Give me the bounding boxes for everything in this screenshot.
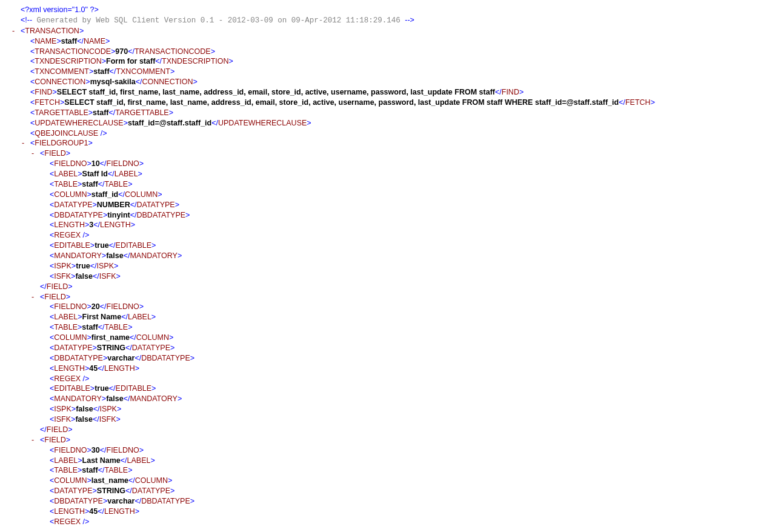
xml-tree-view: <?xml version="1.0" ?> <!-- Generated by… [7, 5, 774, 527]
editable-element: <EDITABLE>true</EDITABLE> [7, 384, 774, 394]
label-element: <LABEL>Last Name</LABEL> [7, 456, 774, 466]
editable-element: <EDITABLE>true</EDITABLE> [7, 241, 774, 251]
column-element: <COLUMN>first_name</COLUMN> [7, 333, 774, 343]
column-element: <COLUMN>staff_id</COLUMN> [7, 190, 774, 200]
regex-element: <REGEX /> [7, 517, 774, 527]
label-element: <LABEL>Staff Id</LABEL> [7, 169, 774, 179]
length-element: <LENGTH>45</LENGTH> [7, 364, 774, 374]
mandatory-element: <MANDATORY>false</MANDATORY> [7, 394, 774, 404]
table-element: <TABLE>staff</TABLE> [7, 179, 774, 190]
fieldno-element: <FIELDNO>10</FIELDNO> [7, 159, 774, 169]
field-open[interactable]: -<FIELD> [7, 292, 774, 302]
dbdatatype-element: <DBDATATYPE>varchar</DBDATATYPE> [7, 496, 774, 507]
collapse-icon[interactable]: - [22, 138, 30, 148]
txndescription-element: <TXNDESCRIPTION>Form for staff</TXNDESCR… [7, 56, 774, 67]
regex-element: <REGEX /> [7, 230, 774, 241]
fetch-element: <FETCH>SELECT staff_id, first_name, last… [7, 98, 774, 108]
datatype-element: <DATATYPE>NUMBER</DATATYPE> [7, 200, 774, 210]
collapse-icon[interactable]: - [12, 26, 21, 36]
collapse-icon[interactable]: - [32, 148, 40, 159]
datatype-element: <DATATYPE>STRING</DATATYPE> [7, 343, 774, 353]
transaction-open[interactable]: -<TRANSACTION> [7, 26, 774, 36]
ispk-element: <ISPK>false</ISPK> [7, 404, 774, 414]
label-element: <LABEL>First Name</LABEL> [7, 312, 774, 322]
column-element: <COLUMN>last_name</COLUMN> [7, 476, 774, 486]
table-element: <TABLE>staff</TABLE> [7, 322, 774, 333]
find-element: <FIND>SELECT staff_id, first_name, last_… [7, 87, 774, 98]
field-close: </FIELD> [7, 425, 774, 435]
collapse-icon[interactable]: - [32, 292, 40, 302]
fieldno-element: <FIELDNO>30</FIELDNO> [7, 445, 774, 456]
xml-comment: <!-- Generated by Web SQL Client Version… [7, 15, 774, 26]
fieldno-element: <FIELDNO>20</FIELDNO> [7, 302, 774, 312]
regex-element: <REGEX /> [7, 374, 774, 384]
isfk-element: <ISFK>false</ISFK> [7, 271, 774, 282]
name-element: <NAME>staff</NAME> [7, 36, 774, 47]
targettable-element: <TARGETTABLE>staff</TARGETTABLE> [7, 108, 774, 118]
field-open[interactable]: -<FIELD> [7, 435, 774, 445]
connection-element: <CONNECTION>mysql-sakila</CONNECTION> [7, 77, 774, 87]
isfk-element: <ISFK>false</ISFK> [7, 414, 774, 425]
field-open[interactable]: -<FIELD> [7, 148, 774, 159]
table-element: <TABLE>staff</TABLE> [7, 465, 774, 476]
updatewhereclause-element: <UPDATEWHERECLAUSE>staff_id=@staff.staff… [7, 118, 774, 128]
length-element: <LENGTH>3</LENGTH> [7, 220, 774, 230]
datatype-element: <DATATYPE>STRING</DATATYPE> [7, 486, 774, 496]
length-element: <LENGTH>45</LENGTH> [7, 507, 774, 517]
ispk-element: <ISPK>true</ISPK> [7, 261, 774, 271]
field-close: </FIELD> [7, 282, 774, 292]
dbdatatype-element: <DBDATATYPE>tinyint</DBDATATYPE> [7, 210, 774, 221]
txncomment-element: <TXNCOMMENT>staff</TXNCOMMENT> [7, 67, 774, 77]
dbdatatype-element: <DBDATATYPE>varchar</DBDATATYPE> [7, 353, 774, 364]
qbejoinclause-element: <QBEJOINCLAUSE /> [7, 128, 774, 139]
mandatory-element: <MANDATORY>false</MANDATORY> [7, 251, 774, 261]
xml-processing-instruction: <?xml version="1.0" ?> [7, 5, 774, 15]
fieldgroup1-open[interactable]: -<FIELDGROUP1> [7, 138, 774, 148]
transactioncode-element: <TRANSACTIONCODE>970</TRANSACTIONCODE> [7, 47, 774, 57]
collapse-icon[interactable]: - [32, 435, 40, 445]
